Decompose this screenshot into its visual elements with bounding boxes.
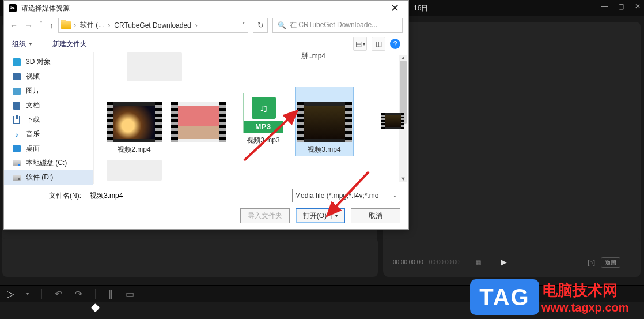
close-icon[interactable]: ✕ — [386, 2, 404, 14]
sidebar-item-pictures[interactable]: 图片 — [4, 84, 93, 98]
file-label: 视频2.mp4 — [105, 145, 163, 155]
dialog-footer: 文件名(N): Media file (*.mpg;*.f4v;*.mo ⌄ 导… — [4, 184, 408, 228]
watermark-line1: 电脑技术网 — [543, 280, 618, 301]
video-thumb — [171, 102, 226, 142]
drive-icon — [13, 175, 21, 181]
sidebar-item-downloads[interactable]: 下载 — [4, 112, 93, 127]
cursor-tool-dropdown-icon[interactable]: ▾ — [26, 291, 29, 297]
sidebar: 3D 对象 视频 图片 文档 下载 ♪音乐 桌面 本地磁盘 (C:) 软件 (D… — [4, 52, 94, 184]
sidebar-item-label: 下载 — [26, 115, 40, 125]
sidebar-item-music[interactable]: ♪音乐 — [4, 127, 93, 141]
nav-back-icon[interactable]: ← — [10, 21, 18, 30]
help-icon[interactable]: ? — [390, 39, 400, 49]
sidebar-item-label: 音乐 — [26, 129, 40, 139]
lower-panel-right: 00:00:00:00 00:00:00:00 ▦ ▶ [○] 適圖 ⛶ — [384, 238, 641, 277]
nav-arrows: ← → ˅ ↑ — [10, 21, 54, 30]
button-row: 导入文件夹 打开(O) ▾ 取消 — [12, 208, 400, 223]
sidebar-item-label: 本地磁盘 (C:) — [26, 158, 67, 168]
file-label: 视频3.mp4 — [297, 145, 352, 155]
sidebar-item-label: 软件 (D:) — [26, 172, 53, 182]
cube-icon — [13, 58, 21, 66]
sidebar-item-drive-d[interactable]: 软件 (D:) — [4, 170, 93, 185]
file-item-video3-selected[interactable]: 视频3.mp4 — [296, 87, 353, 156]
sidebar-item-drive-c[interactable]: 本地磁盘 (C:) — [4, 156, 93, 170]
cursor-tool-icon[interactable]: ▷ — [7, 288, 14, 299]
scroll-down-icon[interactable]: ▼ — [399, 175, 407, 183]
chevron-down-icon: ⌄ — [393, 193, 397, 198]
organize-label: 组织 — [12, 39, 26, 49]
file-item-video-blur[interactable] — [170, 102, 228, 153]
sidebar-item-3d[interactable]: 3D 对象 — [4, 55, 93, 69]
sidebar-item-video[interactable]: 视频 — [4, 69, 93, 84]
filename-label: 文件名(N): — [12, 191, 81, 201]
filename-row: 文件名(N): Media file (*.mpg;*.f4v;*.mo ⌄ — [12, 189, 400, 202]
separator — [95, 289, 96, 299]
sidebar-item-label: 文档 — [26, 100, 40, 110]
preview-right-controls: [○] 適圖 ⛶ — [588, 257, 632, 268]
sidebar-item-label: 3D 对象 — [26, 57, 51, 67]
fullscreen-icon[interactable]: ⛶ — [626, 259, 632, 266]
breadcrumb-drive[interactable]: 软件 (... — [78, 20, 105, 30]
folder-icon — [61, 21, 71, 29]
window-controls: — ▢ ✕ — [601, 2, 641, 10]
search-placeholder: 在 CRTubeGet Downloade... — [290, 20, 377, 30]
import-folder-button[interactable]: 导入文件夹 — [240, 208, 290, 223]
ratio-button[interactable]: 適圖 — [601, 257, 620, 268]
time-current: 00:00:00:00 — [393, 259, 423, 265]
chevron-down-icon: ▾ — [331, 213, 338, 219]
compare-icon[interactable]: [○] — [588, 259, 595, 266]
undo-icon[interactable]: ↶ — [55, 288, 62, 299]
file-item-blurred[interactable] — [111, 52, 198, 87]
filename-input[interactable] — [86, 189, 287, 202]
file-thumb — [107, 160, 162, 181]
sidebar-item-label: 桌面 — [26, 144, 40, 153]
file-item-video2[interactable]: 视频2.mp4 — [105, 102, 163, 155]
app-icon: ✂ — [9, 4, 17, 12]
video-thumb — [297, 102, 352, 142]
grid-icon[interactable]: ▦ — [476, 259, 481, 265]
dialog-title: 请选择媒体资源 — [21, 3, 70, 13]
nav-up-icon[interactable]: ↑ — [50, 21, 54, 30]
file-open-dialog: ✂ 请选择媒体资源 ✕ ← → ˅ ↑ › 软件 (... › CRTubeGe… — [3, 0, 409, 230]
window-close-icon[interactable]: ✕ — [635, 2, 641, 10]
sidebar-item-documents[interactable]: 文档 — [4, 98, 93, 112]
sidebar-item-desktop[interactable]: 桌面 — [4, 141, 93, 156]
download-icon — [13, 116, 20, 124]
view-mode-button[interactable]: ▤▾ — [353, 37, 367, 51]
filetype-select[interactable]: Media file (*.mpg;*.f4v;*.mo ⌄ — [292, 189, 400, 202]
breadcrumb-folder[interactable]: CRTubeGet Downloaded — [112, 21, 192, 29]
window-minimize-icon[interactable]: — — [601, 2, 608, 10]
file-item-mp3[interactable]: ♫ MP3 视频3.mp3 — [234, 93, 292, 145]
filetype-value: Media file (*.mpg;*.f4v;*.mo — [295, 192, 378, 200]
organize-button[interactable]: 组织 ▼ — [12, 39, 33, 49]
delete-icon[interactable]: ▭ — [126, 288, 134, 299]
video-thumb — [381, 113, 404, 129]
toolbar-right: ▤▾ ◫ ? — [353, 37, 400, 51]
search-input[interactable]: 🔍 在 CRTubeGet Downloade... — [272, 18, 403, 33]
chevron-right-icon: › — [108, 21, 110, 29]
address-dropdown-icon[interactable]: ˅ — [242, 21, 245, 29]
cancel-button[interactable]: 取消 — [351, 208, 400, 223]
window-maximize-icon[interactable]: ▢ — [618, 2, 624, 10]
separator — [41, 289, 42, 299]
nav-recent-icon[interactable]: ˅ — [40, 21, 43, 30]
open-button[interactable]: 打开(O) ▾ — [296, 208, 345, 223]
play-icon[interactable]: ▶ — [501, 257, 507, 267]
preview-pane-button[interactable]: ◫ — [372, 37, 385, 51]
split-icon[interactable]: ‖ — [108, 288, 113, 299]
file-item-blurred[interactable] — [107, 160, 158, 183]
new-folder-button[interactable]: 新建文件夹 — [52, 39, 87, 49]
file-label — [170, 145, 228, 153]
address-bar[interactable]: › 软件 (... › CRTubeGet Downloaded › ˅ — [58, 18, 248, 33]
refresh-button[interactable]: ↻ — [253, 18, 268, 33]
desktop-icon — [13, 145, 21, 152]
playhead-icon[interactable] — [91, 303, 100, 313]
dialog-toolbar: 组织 ▼ 新建文件夹 ▤▾ ◫ ? — [4, 35, 408, 52]
sidebar-item-label: 视频 — [26, 72, 40, 81]
redo-icon[interactable]: ↷ — [75, 288, 82, 299]
chevron-down-icon: ▼ — [28, 42, 33, 47]
lower-panels: 00:00:00:00 00:00:00:00 ▦ ▶ [○] 適圖 ⛶ — [2, 238, 641, 277]
file-list[interactable]: 胼..mp4 视频2.mp4 ♫ MP3 视频3.mp3 — [94, 52, 408, 184]
nav-forward-icon[interactable]: → — [25, 21, 33, 30]
preview-pane-thumb — [381, 113, 404, 129]
